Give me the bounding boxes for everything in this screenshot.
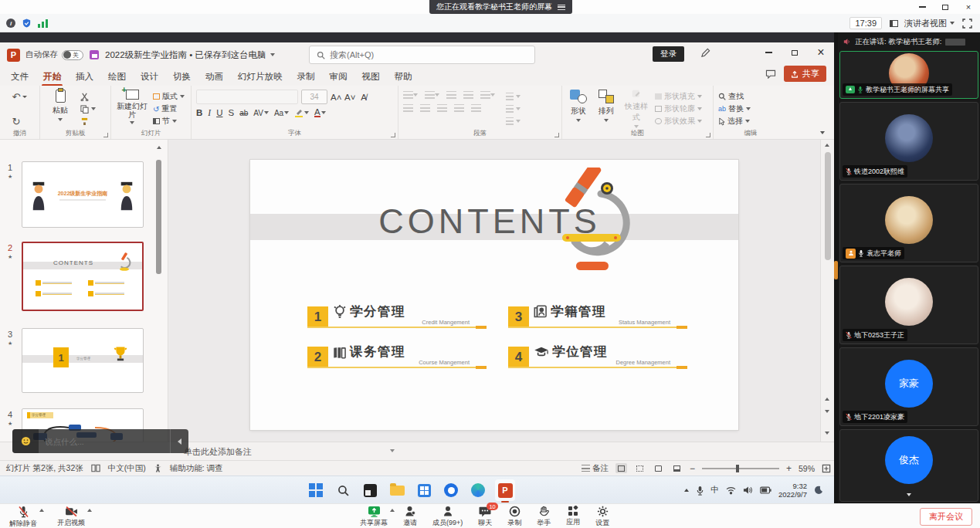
login-button[interactable]: 登录 bbox=[653, 46, 684, 62]
collapse-ribbon-icon[interactable] bbox=[820, 131, 825, 134]
grow-font-button[interactable]: A˄ bbox=[331, 93, 341, 102]
members-button[interactable]: 成员(99+) bbox=[432, 506, 463, 528]
security-shield-icon[interactable] bbox=[22, 18, 32, 29]
convert-smartart-button[interactable] bbox=[506, 115, 521, 127]
wifi-icon[interactable] bbox=[726, 486, 736, 495]
participant-tile-6[interactable]: 俊杰 bbox=[839, 429, 978, 502]
taskbar-app-blue-icon[interactable] bbox=[441, 479, 461, 501]
align-center-button[interactable] bbox=[420, 104, 430, 112]
unmute-button[interactable]: 解除静音 bbox=[9, 506, 37, 528]
tab-design[interactable]: 设计 bbox=[141, 71, 158, 83]
tab-record[interactable]: 录制 bbox=[297, 71, 315, 83]
slide-sorter-view-button[interactable] bbox=[634, 463, 646, 473]
ppt-minimize-button[interactable] bbox=[755, 42, 782, 63]
paste-button[interactable]: 粘贴 bbox=[45, 90, 76, 128]
close-button[interactable]: × bbox=[957, 0, 980, 14]
tab-draw[interactable]: 绘图 bbox=[108, 71, 126, 83]
ppt-share-button[interactable]: 共享 bbox=[784, 66, 826, 82]
autosave-toggle-switch[interactable]: 关 bbox=[62, 50, 83, 60]
zoom-slider-thumb[interactable] bbox=[736, 465, 739, 472]
night-mode-icon[interactable] bbox=[814, 486, 823, 495]
accessibility-icon[interactable] bbox=[154, 464, 162, 472]
leave-meeting-button[interactable]: 离开会议 bbox=[920, 508, 972, 526]
edge-browser-icon[interactable] bbox=[468, 479, 488, 501]
scroll-up-icon[interactable] bbox=[825, 144, 829, 147]
slide-canvas[interactable]: CONTENTS 1 bbox=[250, 160, 738, 430]
layout-button[interactable]: 版式 bbox=[153, 90, 185, 103]
autosave-toggle[interactable]: 自动保存 关 bbox=[25, 49, 83, 60]
minimize-button[interactable] bbox=[910, 0, 934, 14]
columns-button[interactable] bbox=[471, 104, 481, 112]
replace-button[interactable]: ab替换 bbox=[718, 103, 751, 115]
participant-tile-2[interactable]: 铁道2002耿熙维 bbox=[839, 102, 978, 181]
slide-item-4[interactable]: 4 学位管理 Degree Management bbox=[508, 344, 687, 368]
drawing-dialog-launcher[interactable] bbox=[706, 133, 710, 137]
chat-button[interactable]: 聊天 10 bbox=[478, 506, 492, 528]
notes-toggle-button[interactable]: 备注 bbox=[582, 463, 609, 474]
tray-microphone-icon[interactable] bbox=[696, 486, 704, 496]
microsoft-store-icon[interactable] bbox=[414, 479, 434, 501]
copy-button[interactable] bbox=[80, 103, 96, 115]
record-button[interactable]: 录制 bbox=[507, 506, 521, 528]
taskbar-search-icon[interactable] bbox=[333, 479, 353, 501]
settings-button[interactable]: 设置 bbox=[595, 506, 609, 528]
font-color-button[interactable]: A bbox=[314, 108, 326, 117]
change-case-button[interactable]: Aa bbox=[274, 109, 289, 117]
banner-menu-icon[interactable] bbox=[558, 5, 565, 10]
underline-button[interactable]: U bbox=[216, 108, 222, 117]
shapes-button[interactable]: 形状 bbox=[567, 90, 590, 128]
file-explorer-icon[interactable] bbox=[387, 479, 407, 501]
zoom-level[interactable]: 59% bbox=[799, 464, 815, 473]
chat-quick-input[interactable] bbox=[12, 429, 188, 453]
powerpoint-logo-icon[interactable]: P bbox=[7, 49, 20, 62]
select-button[interactable]: 选择 bbox=[718, 115, 751, 127]
share-options-icon[interactable] bbox=[390, 509, 395, 512]
invite-button[interactable]: 邀请 bbox=[403, 506, 417, 528]
ppt-restore-button[interactable] bbox=[782, 42, 808, 63]
zoom-slider[interactable] bbox=[702, 468, 779, 469]
spellcheck-icon[interactable] bbox=[91, 464, 100, 472]
text-direction-button[interactable] bbox=[506, 90, 521, 103]
character-spacing-button[interactable]: AV bbox=[253, 109, 269, 117]
tab-help[interactable]: 帮助 bbox=[395, 71, 412, 83]
comments-icon[interactable] bbox=[765, 69, 776, 79]
tab-slideshow[interactable]: 幻灯片放映 bbox=[238, 71, 283, 83]
share-screen-button[interactable]: 共享屏幕 bbox=[360, 506, 388, 528]
fullscreen-icon[interactable] bbox=[962, 19, 972, 29]
taskbar-clock[interactable]: 9:32 2022/9/7 bbox=[778, 482, 807, 499]
align-text-button[interactable] bbox=[506, 103, 521, 115]
microscope-illustration[interactable] bbox=[556, 168, 630, 283]
view-mode-selector[interactable]: 演讲者视图 bbox=[890, 18, 955, 29]
collapse-chat-icon[interactable] bbox=[170, 429, 188, 453]
decrease-indent-button[interactable] bbox=[446, 91, 456, 99]
editor-scrollbar[interactable] bbox=[820, 140, 834, 442]
normal-view-button[interactable] bbox=[615, 463, 627, 473]
font-dialog-launcher[interactable] bbox=[391, 133, 395, 137]
slide-item-1[interactable]: 1 学分管理 Credit Mangement bbox=[307, 303, 487, 328]
italic-button[interactable]: I bbox=[208, 108, 211, 117]
participant-tile-5[interactable]: 家豪 地下2201凌家豪 bbox=[839, 347, 978, 426]
new-slide-button[interactable]: 新建幻灯片 bbox=[116, 90, 148, 128]
bold-button[interactable]: B bbox=[196, 108, 202, 117]
notes-placeholder[interactable]: 单击此处添加备注 bbox=[184, 446, 252, 458]
tab-review[interactable]: 审阅 bbox=[330, 71, 348, 83]
tray-expand-icon[interactable] bbox=[684, 489, 689, 492]
scroll-more-participants-icon[interactable] bbox=[907, 493, 911, 496]
video-options-icon[interactable] bbox=[87, 509, 92, 512]
raise-hand-button[interactable]: 举手 bbox=[537, 506, 551, 528]
zoom-in-button[interactable]: + bbox=[786, 463, 792, 474]
align-right-button[interactable] bbox=[437, 104, 447, 112]
align-left-button[interactable] bbox=[403, 104, 413, 112]
justify-button[interactable] bbox=[454, 104, 464, 112]
reading-view-button[interactable] bbox=[653, 463, 664, 473]
search-input[interactable] bbox=[330, 50, 500, 59]
shape-outline-button[interactable]: 形状轮廓 bbox=[655, 103, 702, 115]
document-title[interactable]: 2022级新生学业指南 • 已保存到这台电脑 bbox=[105, 49, 275, 61]
arrange-button[interactable]: 排列 bbox=[595, 90, 618, 128]
font-name-select[interactable] bbox=[196, 90, 298, 104]
pen-icon[interactable] bbox=[700, 48, 710, 58]
increase-indent-button[interactable] bbox=[463, 91, 473, 99]
tab-view[interactable]: 视图 bbox=[362, 71, 380, 83]
battery-icon[interactable] bbox=[760, 486, 771, 494]
find-button[interactable]: 查找 bbox=[718, 90, 751, 103]
